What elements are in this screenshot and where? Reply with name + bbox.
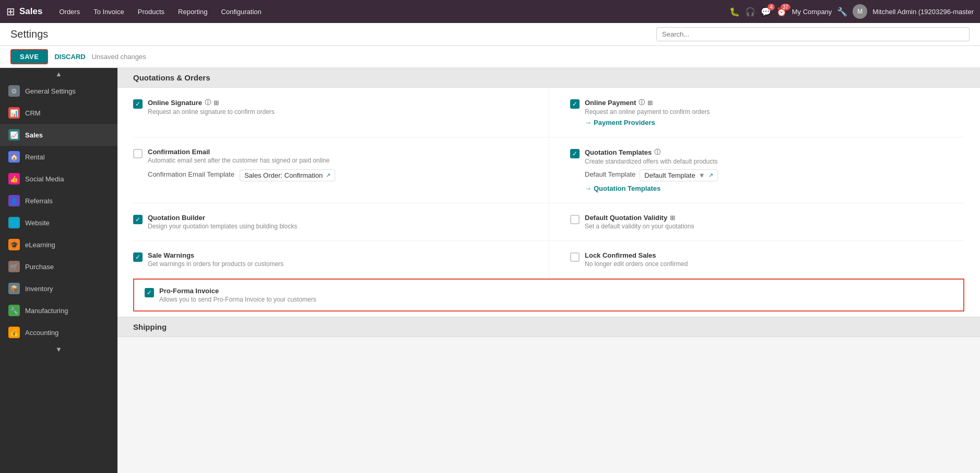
online-payment-checkbox[interactable] [570, 99, 580, 109]
sidebar-item-label: Manufacturing [25, 307, 68, 315]
sidebar-item-social-media[interactable]: 👍 Social Media [0, 168, 117, 190]
sidebar-item-website[interactable]: 🌐 Website [0, 212, 117, 234]
confirmation-email-desc: Automatic email sent after the customer … [148, 157, 335, 164]
company-name[interactable]: My Company [792, 8, 832, 16]
top-menu: Orders To Invoice Products Reporting Con… [53, 6, 727, 18]
lock-confirmed-sales-checkbox[interactable] [570, 252, 580, 262]
sidebar-item-label: CRM [25, 109, 41, 117]
setting-row: Quotation Templates ⓘ Create standardize… [570, 148, 954, 192]
crm-icon: 📊 [8, 107, 20, 119]
sidebar-item-label: Referrals [25, 197, 53, 205]
setting-row: Online Payment ⓘ ⊞ Request an online pay… [570, 98, 954, 126]
rental-icon: 🏠 [8, 151, 20, 163]
menu-reporting[interactable]: Reporting [172, 6, 214, 18]
top-navigation: ⊞ Sales Orders To Invoice Products Repor… [0, 0, 980, 23]
default-quotation-validity-title: Default Quotation Validity ⊞ [585, 214, 694, 222]
main-layout: ▲ ⚙ General Settings 📊 CRM 📈 Sales 🏠 Ren… [0, 68, 980, 473]
sidebar-scroll-down[interactable]: ▼ [0, 343, 117, 355]
menu-to-invoice[interactable]: To Invoice [87, 6, 131, 18]
inventory-icon: 📦 [8, 283, 20, 294]
default-template-value[interactable]: Default Template ▼ ↗ [640, 169, 717, 181]
sidebar-item-referrals[interactable]: 👤 Referrals [0, 190, 117, 212]
online-payment-title: Online Payment ⓘ ⊞ [585, 98, 710, 107]
page-title: Settings [10, 28, 648, 40]
quotation-templates-title: Quotation Templates ⓘ [585, 148, 954, 157]
sidebar-item-crm[interactable]: 📊 CRM [0, 102, 117, 124]
activity-icon[interactable]: ⏰37 [776, 7, 787, 17]
discard-button[interactable]: DISCARD [54, 53, 85, 61]
quotation-builder-checkbox[interactable] [133, 215, 143, 224]
search-input[interactable] [656, 27, 970, 41]
settings-grid: Online Signature ⓘ ⊞ Request an online s… [117, 88, 980, 279]
setting-online-payment: Online Payment ⓘ ⊞ Request an online pay… [549, 88, 964, 137]
menu-orders[interactable]: Orders [53, 6, 86, 18]
sidebar-item-sales[interactable]: 📈 Sales [0, 124, 117, 146]
sidebar-item-general-settings[interactable]: ⚙ General Settings [0, 80, 117, 102]
confirmation-email-template-row: Confirmation Email Template Sales Order:… [148, 169, 335, 181]
quotation-templates-checkbox[interactable] [570, 149, 580, 158]
setting-row: Lock Confirmed Sales No longer edit orde… [570, 251, 954, 268]
sidebar-item-label: Inventory [25, 285, 53, 293]
general-settings-icon: ⚙ [8, 85, 20, 97]
apps-icon[interactable]: ⊞ [6, 5, 15, 18]
social-icon: 👍 [8, 173, 20, 184]
settings-icon[interactable]: 🔧 [837, 7, 847, 17]
info-icon[interactable]: ⓘ [654, 148, 660, 157]
sidebar-item-rental[interactable]: 🏠 Rental [0, 146, 117, 168]
setting-default-quotation-validity: Default Quotation Validity ⊞ Set a defau… [549, 203, 964, 241]
online-signature-desc: Request an online signature to confirm o… [148, 108, 275, 116]
quotation-templates-link[interactable]: Quotation Templates [585, 184, 954, 192]
save-button[interactable]: SAVE [10, 49, 48, 64]
referrals-icon: 👤 [8, 195, 20, 206]
lock-confirmed-sales-desc: No longer edit orders once confirmed [585, 260, 688, 268]
sidebar-item-label: Sales [25, 131, 43, 139]
section-header-shipping: Shipping [117, 317, 980, 337]
sale-warnings-checkbox[interactable] [133, 252, 143, 262]
confirmation-email-checkbox[interactable] [133, 149, 143, 158]
menu-products[interactable]: Products [132, 6, 171, 18]
website-icon: 🌐 [8, 217, 20, 228]
grid-icon: ⊞ [647, 99, 653, 107]
sidebar-item-manufacturing[interactable]: 🔧 Manufacturing [0, 299, 117, 321]
setting-row: Sale Warnings Get warnings in orders for… [133, 251, 538, 268]
sidebar-item-elearning[interactable]: 🎓 eLearning [0, 234, 117, 256]
setting-sale-warnings: Sale Warnings Get warnings in orders for… [133, 241, 549, 279]
sidebar-item-label: eLearning [25, 241, 55, 249]
sidebar: ▲ ⚙ General Settings 📊 CRM 📈 Sales 🏠 Ren… [0, 68, 117, 473]
payment-providers-link[interactable]: Payment Providers [585, 119, 710, 126]
online-signature-checkbox[interactable] [133, 99, 143, 109]
info-icon[interactable]: ⓘ [639, 98, 645, 107]
quotation-builder-desc: Design your quotation templates using bu… [148, 223, 297, 230]
sidebar-scroll-up[interactable]: ▲ [0, 68, 117, 80]
default-quotation-validity-checkbox[interactable] [570, 215, 580, 224]
sidebar-item-label: Social Media [25, 175, 64, 183]
external-link-icon[interactable]: ↗ [326, 172, 330, 179]
header-row: Settings [0, 23, 980, 46]
pro-forma-invoice-title: Pro-Forma Invoice [159, 287, 316, 295]
grid-icon: ⊞ [214, 99, 219, 107]
sidebar-item-accounting[interactable]: 💰 Accounting [0, 321, 117, 343]
sidebar-item-purchase[interactable]: 🛒 Purchase [0, 256, 117, 278]
accounting-icon: 💰 [8, 327, 20, 338]
sales-icon: 📈 [8, 129, 20, 141]
setting-quotation-templates: Quotation Templates ⓘ Create standardize… [549, 137, 964, 203]
confirmation-template-value[interactable]: Sales Order: Confirmation ↗ [240, 169, 335, 181]
sidebar-item-inventory[interactable]: 📦 Inventory [0, 278, 117, 299]
online-payment-desc: Request an online payment to confirm ord… [585, 108, 710, 116]
pro-forma-invoice-checkbox[interactable] [145, 288, 154, 297]
support-icon[interactable]: 🎧 [745, 7, 755, 17]
setting-lock-confirmed-sales: Lock Confirmed Sales No longer edit orde… [549, 241, 964, 279]
info-icon[interactable]: ⓘ [205, 98, 211, 107]
manufacturing-icon: 🔧 [8, 305, 20, 316]
avatar[interactable]: M [853, 4, 867, 19]
bug-icon[interactable]: 🐛 [729, 7, 740, 17]
setting-pro-forma-invoice: Pro-Forma Invoice Allows you to send Pro… [133, 279, 964, 312]
external-link-icon[interactable]: ↗ [709, 172, 713, 179]
elearning-icon: 🎓 [8, 239, 20, 250]
app-name[interactable]: Sales [19, 6, 42, 17]
chat-icon[interactable]: 💬4 [761, 7, 771, 17]
sale-warnings-desc: Get warnings in orders for products or c… [148, 260, 284, 268]
sale-warnings-title: Sale Warnings [148, 251, 284, 259]
menu-configuration[interactable]: Configuration [215, 6, 267, 18]
default-template-label: Default Template [585, 170, 635, 178]
